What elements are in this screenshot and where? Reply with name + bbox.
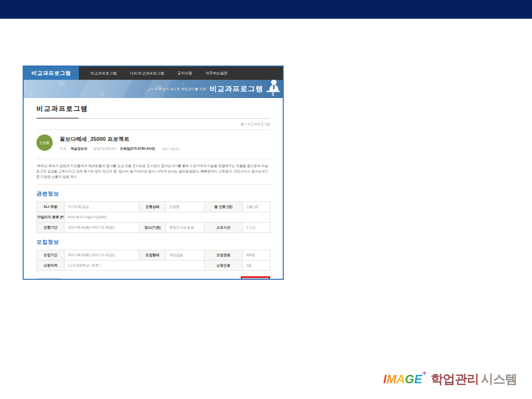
nav-item-my-programs[interactable]: 나의 비교과프로그램 — [130, 71, 165, 76]
button-row: ▤ 목록 ☑ 신청 — [36, 276, 270, 280]
manager-label: 담당자(연락처) : — [93, 146, 117, 151]
applicants-value: 1명 — [243, 260, 270, 270]
recruit-type-value: 제한없음 — [166, 250, 204, 260]
eligibility-header: 신청자격 — [37, 260, 65, 270]
place-value: 중앙도서관 일원 — [166, 222, 204, 233]
posted-date: 2017.08.03 — [162, 147, 179, 151]
calendar-icon: ▦ — [58, 80, 65, 86]
breadcrumb[interactable]: 홈 > 비교과프로그램 — [36, 122, 270, 127]
program-header-text: 꽃보다헤세_35000 프로젝트 주최 : 학습정보과 담당자(연락처) : 오… — [60, 134, 179, 151]
cert-header: 봄 인증 (정) — [204, 201, 243, 212]
duration-header: 소요시간 — [204, 222, 243, 233]
logo-letter: I — [383, 372, 387, 386]
clock-icon: ◷ — [99, 90, 104, 97]
slide-top-bar — [0, 0, 532, 19]
nav-item-faq[interactable]: 자주하는질문 — [205, 71, 228, 76]
table-row: 마일리지 종류 (P) ACE 해피 마일리지(1000) — [37, 212, 270, 222]
divider — [36, 184, 270, 185]
progress-status-header: 진행상태 — [139, 201, 166, 212]
divider — [36, 159, 270, 159]
nav-item-notices[interactable]: 공지사항 — [177, 71, 192, 76]
host-label: 주최 : — [60, 146, 68, 151]
eligibility-value: 1,2,3,4(5)학년 / 재학 / — [65, 260, 204, 270]
recruit-type-header: 모집형태 — [139, 250, 166, 260]
progress-period-header: 진행기간 — [37, 222, 65, 233]
logo-plus: + — [422, 368, 427, 382]
logo-suffix-light: 시스템 — [481, 371, 518, 387]
progress-period-value: 2017.08.01(화)~2017.12.30(토): — [65, 222, 139, 233]
related-info-table: ELI 역량 자기이해 감성 진행상태 모집중 봄 인증 (정) 인증 (2) … — [36, 201, 270, 233]
program-meta: 주최 : 학습정보과 담당자(연락처) : 오혜림(070-8780-4418)… — [60, 146, 179, 151]
slide: 비교과프로그램 비교과프로그램 나의 비교과프로그램 공지사항 자주하는질문 ☺… — [0, 0, 532, 399]
apply-button[interactable]: ☑ 신청 — [243, 278, 268, 280]
banner-text: 교수와 학생의 편리한 학업관리를 위한 비교과프로그램 — [147, 80, 263, 98]
apply-button-highlight: ☑ 신청 — [241, 276, 270, 280]
banner-title: 비교과프로그램 — [210, 84, 264, 94]
image-plus-logo: I M A G E + — [383, 372, 426, 386]
page-content: 비교과프로그램 홈 > 비교과프로그램 모집중 꽃보다헤세_35000 프로젝트… — [24, 98, 283, 280]
program-title: 꽃보다헤세_35000 프로젝트 — [60, 135, 179, 143]
logo-letter: M — [387, 372, 397, 386]
duration-value: 1 시간 — [243, 222, 270, 233]
program-header: 모집중 꽃보다헤세_35000 프로젝트 주최 : 학습정보과 담당자(연락처)… — [36, 130, 270, 156]
nav-item-programs[interactable]: 비교과프로그램 — [91, 71, 117, 76]
mileage-type-header: 마일리지 종류 (P) — [37, 212, 65, 222]
host-value: 학습정보과 — [70, 146, 87, 151]
table-row: 진행기간 2017.08.01(화)~2017.12.30(토): 장소(기관)… — [37, 222, 270, 233]
logo-suffix-bold: 학업관리 — [431, 371, 479, 387]
nav-menu: 비교과프로그램 나의 비교과프로그램 공지사항 자주하는질문 — [79, 66, 228, 80]
recruit-period-value: 2017.08.01(화)~2017.12.22(금): — [65, 250, 139, 260]
progress-status-value: 모집중 — [166, 201, 204, 212]
banner: ☺ ▦ ◷ ⚙ ♪ 교수와 학생의 편리한 학업관리를 위한 비교과프로그램 — [24, 80, 283, 98]
manager-value: 오혜림(070-8780-4418) — [120, 146, 155, 151]
mileage-type-value: ACE 해피 마일리지(1000) — [65, 212, 270, 222]
nav-logo[interactable]: 비교과프로그램 — [24, 66, 79, 80]
app-navbar: 비교과프로그램 비교과프로그램 나의 비교과프로그램 공지사항 자주하는질문 — [24, 66, 283, 80]
table-row: 신청자격 1,2,3,4(5)학년 / 재학 / 신청인원 1명 — [37, 260, 270, 270]
recruit-info-table: 모집기간 2017.08.01(화)~2017.12.22(금): 모집형태 제… — [36, 250, 270, 271]
list-button[interactable]: ▤ 목록 — [36, 278, 62, 280]
footer-logo: I M A G E + 학업관리 시스템 — [383, 371, 517, 387]
cert-value: 인증 (2) — [243, 201, 270, 212]
recruiting-status-badge: 모집중 — [36, 134, 53, 151]
table-row: ELI 역량 자기이해 감성 진행상태 모집중 봄 인증 (정) 인증 (2) — [37, 201, 270, 212]
applicants-header: 신청인원 — [204, 260, 243, 270]
page-title: 비교과프로그램 — [36, 104, 270, 113]
banner-tagline: 교수와 학생의 편리한 학업관리를 위한 — [147, 87, 206, 92]
program-detail-window: 비교과프로그램 비교과프로그램 나의 비교과프로그램 공지사항 자주하는질문 ☺… — [23, 66, 284, 280]
recruit-capacity-header: 모집정원 — [204, 250, 243, 260]
smiley-icon: ☺ — [28, 90, 34, 97]
place-header: 장소(기관) — [139, 222, 166, 233]
person-icon — [265, 80, 281, 98]
program-description: -헤르만 헤세가 생전에 지인들에게 3만5천통의 엽서를 보낸 것을 모티브로… — [36, 163, 270, 180]
section-title-related-info: 관련정보 — [36, 190, 270, 198]
eli-competency-value: 자기이해 감성 — [65, 201, 139, 212]
title-underline-accent — [36, 118, 79, 119]
logo-letter: E — [414, 372, 422, 386]
section-title-recruit-info: 모집정보 — [36, 238, 270, 246]
logo-letter: G — [405, 372, 414, 386]
table-row: 모집기간 2017.08.01(화)~2017.12.22(금): 모집형태 제… — [37, 250, 270, 260]
logo-letter: A — [397, 372, 405, 386]
recruit-period-header: 모집기간 — [37, 250, 65, 260]
recruit-capacity-value: 500명 — [243, 250, 270, 260]
eli-competency-header: ELI 역량 — [37, 201, 65, 212]
title-underline — [36, 118, 270, 119]
